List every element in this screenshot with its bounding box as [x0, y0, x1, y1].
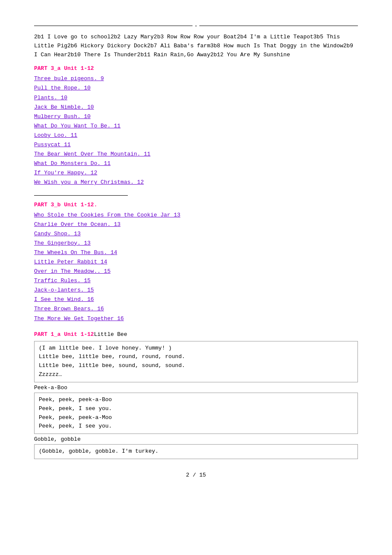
part3b-title: PART 3_b Unit 1-12.	[34, 202, 358, 208]
song-line: (I am little bee. I love honey. Yummy! )	[39, 344, 353, 353]
part3a-section: PART 3_a Unit 1-12 Three bule pigeons. 9…	[34, 65, 358, 187]
toc-link-3[interactable]: Plants. 10	[34, 93, 358, 103]
toc-link-12[interactable]: We Wish you a Merry Christmas. 12	[34, 178, 358, 187]
song-box-2: Peek, peek, peek-a-Boo Peek, peek, I see…	[34, 393, 358, 434]
toc-link-b6[interactable]: Little Peter Rabbit 14	[34, 257, 358, 267]
song-line: Peek, peek, I see you.	[39, 405, 353, 413]
toc-link-8[interactable]: Pussycat 11	[34, 140, 358, 150]
part3b-section: PART 3_b Unit 1-12. Who Stole the Cookie…	[34, 202, 358, 324]
toc-link-b11[interactable]: Three Brown Bears. 16	[34, 304, 358, 314]
toc-link-6[interactable]: What Do You Want To Be. 11	[34, 121, 358, 131]
page-number: 2 / 15	[186, 472, 206, 478]
song-title-peek: Peek-a-Boo	[34, 383, 358, 393]
toc-link-2[interactable]: Pull the Rope. 10	[34, 84, 358, 93]
part1a-title: PART 1_a Unit 1-12	[34, 331, 94, 338]
toc-link-b7[interactable]: Over in The Meadow.. 15	[34, 267, 358, 276]
part1a-section: PART 1_a Unit 1-12Little Bee (I am littl…	[34, 331, 358, 459]
toc-link-b5[interactable]: The Wheels On The Bus. 14	[34, 248, 358, 257]
section-divider	[34, 195, 128, 196]
part1a-subtitle: Little Bee	[94, 331, 127, 338]
song-title-gobble: Gobble, gobble	[34, 435, 358, 444]
toc-link-b8[interactable]: Traffic Rules. 15	[34, 276, 358, 286]
toc-link-b9[interactable]: Jack-o-lanters. 15	[34, 286, 358, 295]
toc-link-b4[interactable]: The Gingerboy. 13	[34, 239, 358, 248]
song-box-1: (I am little bee. I love honey. Yummy! )…	[34, 341, 358, 382]
song-line: Little bee, little bee, sound, sound, so…	[39, 361, 353, 370]
toc-link-b1[interactable]: Who Stole the Cookies From the Cookie Ja…	[34, 211, 358, 220]
intro-paragraph: 2b1 I Love go to school2b2 Lazy Mary2b3 …	[34, 33, 358, 59]
toc-link-b3[interactable]: Candy Shop. 13	[34, 229, 358, 239]
toc-link-4[interactable]: Jack Be Nimble. 10	[34, 103, 358, 112]
part3a-title: PART 3_a Unit 1-12	[34, 65, 358, 72]
song-line: Little bee, little bee, round, round, ro…	[39, 353, 353, 361]
song-line: (Gobble, gobble, gobble. I'm turkey.	[39, 447, 353, 456]
page-footer: 2 / 15	[34, 472, 358, 478]
toc-link-5[interactable]: Mulberry Bush. 10	[34, 112, 358, 121]
toc-link-10[interactable]: What Do Monsters Do. 11	[34, 159, 358, 168]
toc-link-b12[interactable]: The More We Get Together 16	[34, 314, 358, 324]
toc-link-1[interactable]: Three bule pigeons. 9	[34, 74, 358, 84]
toc-link-11[interactable]: If You're Happy. 12	[34, 168, 358, 178]
toc-link-7[interactable]: Looby Loo. 11	[34, 131, 358, 140]
top-divider	[34, 26, 358, 26]
toc-link-9[interactable]: The Bear Went Over The Mountain. 11	[34, 150, 358, 159]
song-line: Zzzzzz…	[39, 370, 353, 379]
song-line: Peek, peek, peek-a-Moo	[39, 413, 353, 422]
song-box-3: (Gobble, gobble, gobble. I'm turkey.	[34, 444, 358, 459]
song-line: Peek, peek, I see you.	[39, 422, 353, 431]
toc-link-b10[interactable]: I See the Wind. 16	[34, 295, 358, 304]
toc-link-b2[interactable]: Charlie Over the Ocean. 13	[34, 220, 358, 229]
part1a-header: PART 1_a Unit 1-12Little Bee	[34, 331, 358, 338]
song-line: Peek, peek, peek-a-Boo	[39, 396, 353, 405]
